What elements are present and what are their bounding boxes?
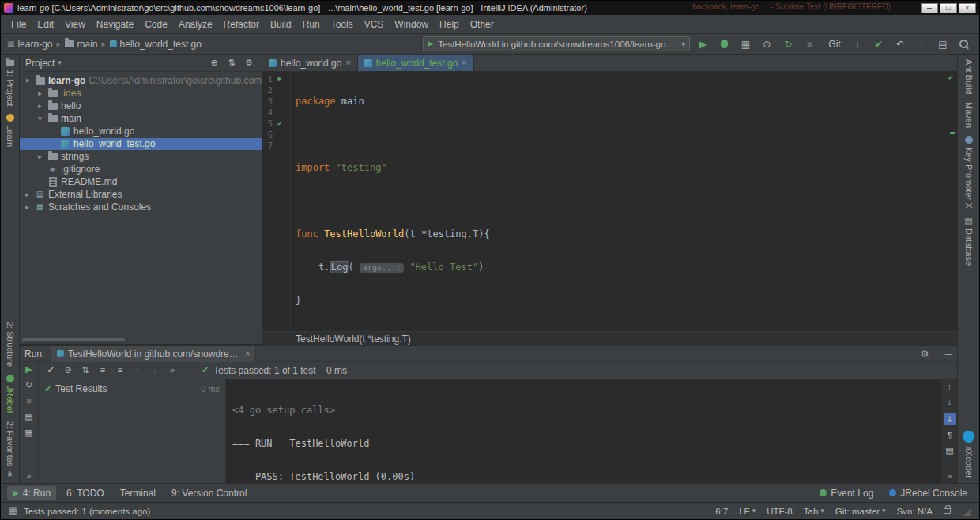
project-view-select[interactable]: Project <box>25 58 55 69</box>
chevron-down-icon[interactable] <box>36 115 44 122</box>
menu-view[interactable]: View <box>59 15 91 33</box>
rerun-tests-button[interactable] <box>779 36 797 53</box>
toolwindow-button-favorites[interactable]: 2: Favorites <box>6 421 15 478</box>
collapse-all-button[interactable] <box>111 363 129 379</box>
toolwindow-button-run[interactable]: 4: Run <box>7 486 56 500</box>
stop-button[interactable] <box>801 36 818 53</box>
toolwindow-button-terminal[interactable]: Terminal <box>115 486 161 500</box>
menu-file[interactable]: File <box>6 15 32 33</box>
menu-navigate[interactable]: Navigate <box>91 15 139 33</box>
resize-grip[interactable] <box>962 507 971 516</box>
toolwindow-button-database[interactable]: Database <box>964 217 974 266</box>
run-configuration-select[interactable]: TestHelloWorld in github.com/snowdreams1… <box>423 36 690 51</box>
toolwindow-button-axcoder[interactable]: aXcoder <box>963 431 974 478</box>
status-message[interactable]: Tests passed: 1 (moments ago) <box>24 507 150 516</box>
encoding-widget[interactable]: UTF-8 <box>767 507 793 516</box>
tree-row-external-libraries[interactable]: External Libraries <box>20 188 262 201</box>
tree-row-gitignore[interactable]: .gitignore <box>20 163 262 175</box>
lock-icon[interactable] <box>944 508 951 514</box>
chevron-right-icon[interactable] <box>36 103 44 110</box>
git-update-button[interactable] <box>849 36 866 53</box>
more-icon[interactable] <box>164 363 181 379</box>
tab-hello-world-go[interactable]: hello_world.go <box>262 55 358 71</box>
rerun-button[interactable] <box>25 365 32 374</box>
inspections-ok-icon[interactable] <box>948 73 953 81</box>
tree-row-readme[interactable]: README.md <box>20 175 262 188</box>
more-icon[interactable] <box>947 472 952 480</box>
tree-row-strings[interactable]: strings <box>20 150 262 163</box>
run-button[interactable] <box>694 36 711 53</box>
menu-window[interactable]: Window <box>389 15 434 33</box>
indent-widget[interactable]: Tab <box>804 507 824 516</box>
toolwindow-button-learn[interactable]: Learn <box>6 114 15 147</box>
toolwindow-button-structure[interactable]: 2: Structure <box>6 322 15 367</box>
soft-wrap-icon[interactable] <box>948 431 952 440</box>
print-icon[interactable] <box>945 447 953 455</box>
git-history-button[interactable] <box>934 36 952 53</box>
debug-button[interactable] <box>715 36 733 53</box>
show-ignored-toggle[interactable] <box>59 363 77 379</box>
git-commit-button[interactable] <box>870 36 888 53</box>
chevron-right-icon[interactable] <box>36 90 44 97</box>
chevron-right-icon[interactable] <box>36 153 44 160</box>
horizontal-scrollbar[interactable] <box>22 338 125 341</box>
stop-button[interactable] <box>26 397 32 405</box>
close-button[interactable] <box>959 3 976 13</box>
maximize-button[interactable] <box>940 3 957 13</box>
git-rollback-button[interactable] <box>891 36 909 53</box>
close-icon[interactable] <box>462 58 466 67</box>
chevron-right-icon[interactable] <box>23 191 32 198</box>
down-stack-icon[interactable] <box>948 398 952 406</box>
menu-tools[interactable]: Tools <box>326 15 359 33</box>
show-passed-toggle[interactable] <box>42 363 59 379</box>
close-icon[interactable] <box>345 58 350 67</box>
toolwindow-button-project[interactable]: 1: Project <box>6 59 15 106</box>
code-editor[interactable]: 1 2 3 4 5 6 7 package main import "testi… <box>262 72 957 331</box>
toolwindow-button-todo[interactable]: 6: TODO <box>61 486 110 500</box>
menu-analyze[interactable]: Analyze <box>173 15 218 33</box>
gear-icon[interactable] <box>916 349 933 359</box>
breadcrumb-folder[interactable]: main <box>65 39 98 50</box>
tree-row-hello-world-test-go-selected[interactable]: hello_world_test.go <box>20 138 262 150</box>
test-passed-icon[interactable] <box>273 120 287 127</box>
tree-row-hello[interactable]: hello <box>20 100 262 112</box>
more-icon[interactable] <box>26 472 31 480</box>
toolwindow-switcher-icon[interactable] <box>9 507 17 516</box>
previous-failed-button[interactable] <box>129 363 146 379</box>
chevron-right-icon[interactable] <box>23 204 32 211</box>
minimize-button[interactable] <box>921 3 938 13</box>
locate-file-button[interactable] <box>207 58 221 67</box>
toolwindow-button-keypromoter[interactable]: Key Promoter X <box>964 136 974 209</box>
sort-alphabetically-toggle[interactable] <box>77 363 94 379</box>
menu-vcs[interactable]: VCS <box>359 15 390 33</box>
tree-row-hello-world-go[interactable]: hello_world.go <box>20 125 262 138</box>
toolwindow-button-version-control[interactable]: 9: Version Control <box>166 486 252 500</box>
menu-code[interactable]: Code <box>139 15 173 33</box>
up-stack-icon[interactable] <box>948 382 952 391</box>
breadcrumb-file[interactable]: hello_world_test.go <box>110 39 202 50</box>
tree-row-root[interactable]: learn-go C:\Users\Administrator\go\src\g… <box>20 74 262 87</box>
tree-row-idea[interactable]: .idea <box>20 87 262 100</box>
run-tab[interactable]: TestHelloWorld in github.com/snowdream..… <box>51 346 256 362</box>
run-console[interactable]: <4 go setup calls> === RUN TestHelloWorl… <box>226 379 941 484</box>
gear-icon[interactable] <box>242 58 256 67</box>
coverage-button[interactable] <box>737 36 754 53</box>
tab-hello-world-test-go[interactable]: hello_world_test.go <box>358 55 474 71</box>
menu-refactor[interactable]: Refactor <box>218 15 265 33</box>
dump-icon[interactable] <box>24 413 32 421</box>
chevron-down-icon[interactable] <box>58 59 62 66</box>
menu-edit[interactable]: Edit <box>32 15 59 33</box>
git-branch-widget[interactable]: Git: master <box>835 507 886 516</box>
close-icon[interactable] <box>245 349 250 358</box>
git-push-button[interactable] <box>913 36 930 53</box>
tree-row-scratches[interactable]: Scratches and Consoles <box>20 201 262 213</box>
tree-row-main[interactable]: main <box>20 112 262 125</box>
caret-position-widget[interactable]: 6:7 <box>715 507 728 516</box>
next-failed-button[interactable] <box>146 363 164 379</box>
breadcrumb-project[interactable]: learn-go <box>7 39 52 50</box>
collapse-all-button[interactable] <box>224 58 239 67</box>
jrebel-console-button[interactable]: JRebel Console <box>884 486 973 500</box>
profiler-button[interactable] <box>758 36 775 53</box>
code-content[interactable]: package main import "testing" func TestH… <box>291 72 957 331</box>
test-results-row[interactable]: Test Results 0 ms <box>39 382 225 396</box>
